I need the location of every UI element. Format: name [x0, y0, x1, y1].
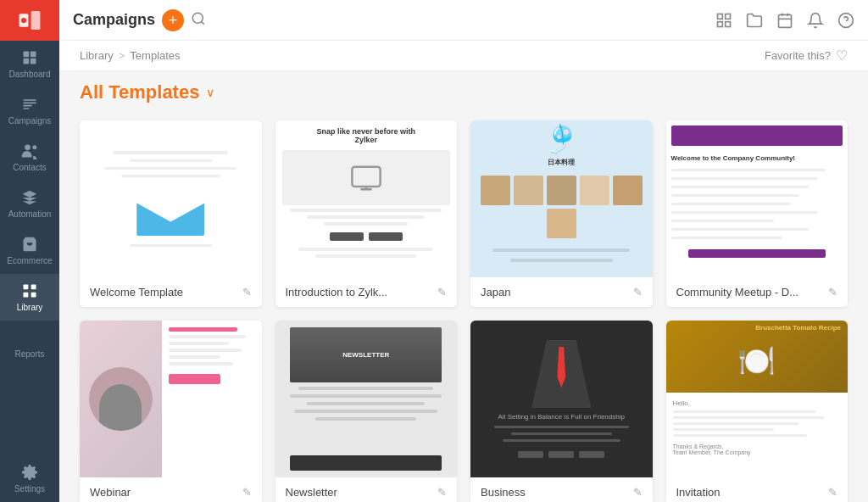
favorite-area: Favorite this? ♡	[765, 47, 848, 64]
template-preview-intro: Snap like never before withZylker	[275, 120, 458, 277]
template-grid: Welcome Template ✎ Snap like never befor…	[80, 120, 848, 502]
template-edit-icon-intro[interactable]: ✎	[437, 286, 447, 298]
sidebar-item-settings[interactable]: Settings	[0, 455, 59, 502]
page-header: All Templates ∨	[59, 71, 868, 110]
svg-rect-18	[726, 21, 731, 26]
template-footer-welcome: Welcome Template ✎	[80, 277, 262, 307]
app-title: Campaigns	[73, 11, 155, 29]
sidebar-label-settings: Settings	[14, 484, 45, 494]
page-title: All Templates	[80, 81, 199, 103]
template-footer-intro: Introduction to Zylk... ✎	[275, 277, 458, 307]
template-name-newsletter: Newsletter	[286, 486, 431, 499]
svg-rect-6	[31, 59, 36, 64]
template-preview-community: Welcome to the Company Community!	[666, 120, 849, 277]
bell-icon[interactable]	[807, 12, 824, 29]
svg-rect-17	[718, 21, 723, 26]
topbar-left: Campaigns +	[73, 9, 709, 31]
sidebar-item-campaigns[interactable]: Campaigns	[0, 87, 59, 134]
favorite-heart-icon[interactable]: ♡	[836, 47, 848, 64]
app-logo[interactable]	[0, 0, 59, 41]
template-preview-business: All Setting in Balance is Full on Friend…	[470, 321, 653, 477]
svg-rect-4	[31, 52, 36, 58]
sidebar-label-library: Library	[17, 303, 43, 312]
page-title-dropdown-icon[interactable]: ∨	[206, 86, 214, 99]
svg-rect-19	[779, 14, 792, 27]
sidebar-item-contacts[interactable]: Contacts	[0, 134, 59, 181]
template-card-webinar[interactable]: Webinar ✎	[80, 321, 262, 502]
template-preview-webinar	[80, 321, 262, 477]
sidebar-label-ecommerce: Ecommerce	[7, 256, 52, 265]
add-campaign-button[interactable]: +	[162, 9, 184, 31]
template-name-intro: Introduction to Zylk...	[286, 286, 431, 298]
template-edit-icon-community[interactable]: ✎	[828, 286, 837, 298]
template-card-intro[interactable]: Snap like never before withZylker	[275, 120, 458, 307]
main-content: Campaigns + Library > Templates Favorite…	[59, 0, 868, 502]
template-footer-newsletter: Newsletter ✎	[275, 477, 458, 502]
topbar: Campaigns +	[59, 0, 868, 41]
template-edit-icon-invitation[interactable]: ✎	[828, 486, 837, 499]
template-card-newsletter[interactable]: NEWSLETTER Newsletter ✎	[275, 321, 458, 502]
svg-rect-15	[718, 14, 723, 19]
calendar-icon[interactable]	[776, 12, 793, 29]
template-footer-webinar: Webinar ✎	[80, 477, 262, 502]
template-card-welcome[interactable]: Welcome Template ✎	[80, 120, 262, 307]
breadcrumb-bar: Library > Templates Favorite this? ♡	[59, 41, 868, 71]
sidebar-item-reports[interactable]: Reports	[0, 321, 59, 367]
svg-rect-11	[24, 293, 29, 298]
help-icon[interactable]	[837, 12, 854, 29]
sidebar-item-dashboard[interactable]: Dashboard	[0, 41, 59, 87]
sidebar-label-dashboard: Dashboard	[9, 70, 51, 79]
svg-point-2	[21, 18, 26, 23]
topbar-right	[715, 12, 854, 29]
grid-icon[interactable]	[715, 12, 732, 29]
template-card-business[interactable]: All Setting in Balance is Full on Friend…	[470, 321, 653, 502]
svg-rect-1	[31, 11, 41, 30]
template-name-webinar: Webinar	[90, 486, 236, 499]
template-card-community[interactable]: Welcome to the Company Community!	[666, 120, 849, 307]
template-card-invitation[interactable]: Bruschetta Tomato Recipe 🍽️ Hello, Thank…	[666, 321, 849, 502]
svg-rect-24	[352, 166, 380, 186]
sidebar-item-automation[interactable]: Automation	[0, 181, 59, 227]
svg-rect-3	[24, 52, 30, 58]
sidebar-label-campaigns: Campaigns	[8, 116, 52, 126]
breadcrumb-separator: >	[119, 49, 125, 62]
template-edit-icon-webinar[interactable]: ✎	[242, 486, 252, 499]
sidebar-label-automation: Automation	[8, 209, 52, 219]
template-preview-welcome	[80, 120, 262, 277]
svg-point-13	[192, 13, 203, 23]
sidebar: Dashboard Campaigns Contacts Automation …	[0, 0, 59, 502]
template-card-japan[interactable]: 🎐 日本料理	[470, 120, 653, 307]
sidebar-label-contacts: Contacts	[13, 163, 46, 172]
breadcrumb: Library > Templates	[80, 49, 181, 62]
template-preview-newsletter: NEWSLETTER	[275, 321, 458, 477]
template-edit-icon-welcome[interactable]: ✎	[242, 286, 252, 298]
page-title-row: All Templates ∨	[80, 81, 848, 103]
template-edit-icon-newsletter[interactable]: ✎	[437, 486, 447, 499]
search-icon[interactable]	[191, 11, 206, 30]
folder-icon[interactable]	[746, 12, 763, 29]
template-footer-business: Business ✎	[470, 477, 653, 502]
svg-rect-5	[24, 59, 30, 64]
svg-rect-16	[726, 14, 731, 19]
svg-rect-12	[31, 293, 36, 298]
breadcrumb-parent[interactable]: Library	[80, 49, 114, 62]
svg-line-14	[202, 21, 204, 24]
content-area: Welcome Template ✎ Snap like never befor…	[59, 110, 868, 502]
template-footer-community: Community Meetup - D... ✎	[666, 277, 849, 307]
sidebar-label-reports: Reports	[14, 349, 44, 359]
template-edit-icon-business[interactable]: ✎	[633, 486, 643, 499]
breadcrumb-current: Templates	[130, 49, 180, 62]
template-name-japan: Japan	[481, 286, 626, 298]
svg-rect-9	[24, 285, 29, 290]
template-footer-japan: Japan ✎	[470, 277, 653, 307]
svg-point-8	[32, 145, 36, 149]
sidebar-item-ecommerce[interactable]: Ecommerce	[0, 227, 59, 274]
template-name-invitation: Invitation	[676, 486, 822, 499]
template-edit-icon-japan[interactable]: ✎	[633, 286, 643, 298]
svg-rect-10	[31, 285, 36, 290]
template-footer-invitation: Invitation ✎	[666, 477, 849, 502]
template-preview-invitation: Bruschetta Tomato Recipe 🍽️ Hello, Thank…	[666, 321, 849, 477]
favorite-label: Favorite this?	[765, 49, 831, 62]
sidebar-item-library[interactable]: Library	[0, 274, 59, 321]
svg-point-7	[25, 145, 31, 151]
